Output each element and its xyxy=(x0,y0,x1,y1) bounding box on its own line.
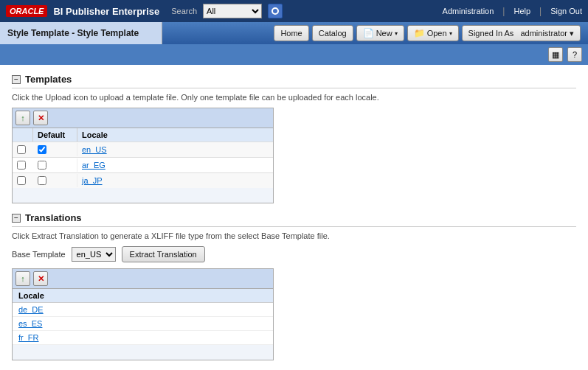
signed-in-button[interactable]: Signed In As administrator ▾ xyxy=(462,25,581,41)
upload-translation-icon: ↑ xyxy=(21,274,25,283)
second-bar: Style Template - Style Template Home Cat… xyxy=(0,22,588,44)
base-template-label: Base Template xyxy=(12,250,66,259)
base-template-select[interactable]: en_US xyxy=(72,247,116,262)
delete-templates-button[interactable]: ✕ xyxy=(33,111,48,125)
table-row: en_US xyxy=(13,142,273,157)
delete-translation-button[interactable]: ✕ xyxy=(33,271,48,286)
delete-icon: ✕ xyxy=(38,114,44,123)
locale-link-de-de[interactable]: de_DE xyxy=(18,305,44,314)
default-column-header: Default xyxy=(33,128,77,142)
templates-description: Click the Upload icon to upload a templa… xyxy=(12,93,576,102)
default-checkbox-en-us[interactable] xyxy=(38,145,46,154)
templates-table-header: Default Locale xyxy=(13,128,273,142)
checkbox-column-header xyxy=(13,128,33,142)
oracle-logo: ORACLE xyxy=(6,5,47,17)
list-item: fr_FR xyxy=(13,331,273,345)
templates-section-header: − Templates xyxy=(12,74,576,88)
catalog-button[interactable]: Catalog xyxy=(312,25,353,41)
table-row: ja_JP xyxy=(13,172,273,188)
translations-locale-header: Locale xyxy=(13,289,273,303)
templates-section: − Templates Click the Upload icon to upl… xyxy=(12,74,576,203)
templates-toggle[interactable]: − xyxy=(12,75,21,84)
search-select[interactable]: All xyxy=(203,4,262,18)
templates-title: Templates xyxy=(25,74,72,85)
page-title: Style Template - Style Template xyxy=(0,22,162,44)
app-title: BI Publisher Enterprise xyxy=(53,6,159,17)
templates-toolbar: ↑ ✕ xyxy=(13,108,273,128)
nav-links: Home Catalog 📄 New ▾ 📁 Open ▾ Signed In … xyxy=(266,25,588,41)
row-checkbox-en-us[interactable] xyxy=(17,145,26,154)
username-label: administrator xyxy=(520,29,567,38)
home-button[interactable]: Home xyxy=(274,25,308,41)
search-icon xyxy=(271,7,279,15)
search-button[interactable] xyxy=(268,4,283,18)
locale-link-es-es[interactable]: es_ES xyxy=(18,319,42,328)
delete-translation-icon: ✕ xyxy=(38,274,44,284)
new-dropdown-arrow: ▾ xyxy=(395,30,398,37)
base-template-row: Base Template en_US Extract Translation xyxy=(12,246,576,262)
list-item: es_ES xyxy=(13,317,273,331)
top-bar-right: Administration | Help | Sign Out xyxy=(443,6,582,16)
sign-out-link[interactable]: Sign Out xyxy=(550,7,582,15)
row-checkbox-ar-eg[interactable] xyxy=(17,161,26,170)
upload-translation-button[interactable]: ↑ xyxy=(15,271,30,286)
translations-section-header: − Translations xyxy=(12,212,576,227)
upload-button[interactable]: ↑ xyxy=(15,111,30,125)
templates-table: ↑ ✕ Default Locale en_US ar_EG xyxy=(12,108,274,203)
locale-link-ja-jp[interactable]: ja_JP xyxy=(82,176,103,185)
third-bar: ▦ ? xyxy=(0,44,588,65)
upload-icon: ↑ xyxy=(21,114,25,122)
translations-description: Click Extract Translation to generate a … xyxy=(12,231,576,240)
translations-title: Translations xyxy=(25,212,82,223)
signed-in-dropdown-arrow: ▾ xyxy=(570,29,574,38)
extract-translation-button[interactable]: Extract Translation xyxy=(122,246,205,262)
folder-icon: 📁 xyxy=(414,28,425,38)
administration-link[interactable]: Administration xyxy=(443,7,494,15)
translations-toggle[interactable]: − xyxy=(12,214,21,223)
main-content: − Templates Click the Upload icon to upl… xyxy=(0,65,588,370)
layout-icon-button[interactable]: ▦ xyxy=(548,47,563,62)
signed-in-label: Signed In As xyxy=(468,29,514,38)
translations-table-footer xyxy=(13,345,273,360)
open-button[interactable]: 📁 Open ▾ xyxy=(407,25,459,41)
translations-section: − Translations Click Extract Translation… xyxy=(12,212,576,360)
help-icon-button[interactable]: ? xyxy=(567,47,582,62)
new-button[interactable]: 📄 New ▾ xyxy=(356,25,404,41)
translations-toolbar: ↑ ✕ xyxy=(13,269,273,289)
row-checkbox-ja-jp[interactable] xyxy=(17,176,26,185)
table-row: ar_EG xyxy=(13,157,273,172)
default-checkbox-ja-jp[interactable] xyxy=(38,176,46,185)
locale-link-ar-eg[interactable]: ar_EG xyxy=(82,161,106,170)
new-page-icon: 📄 xyxy=(363,28,374,38)
list-item: de_DE xyxy=(13,303,273,317)
search-label: Search xyxy=(171,7,197,15)
locale-column-header: Locale xyxy=(77,128,273,142)
help-link[interactable]: Help xyxy=(513,7,530,15)
locale-link-fr-fr[interactable]: fr_FR xyxy=(18,333,39,342)
open-dropdown-arrow: ▾ xyxy=(449,30,452,37)
templates-table-footer xyxy=(13,188,273,203)
default-checkbox-ar-eg[interactable] xyxy=(38,161,46,170)
top-bar: ORACLE BI Publisher Enterprise Search Al… xyxy=(0,0,588,22)
translations-table: ↑ ✕ Locale de_DE es_ES fr_FR xyxy=(12,268,274,360)
locale-link-en-us[interactable]: en_US xyxy=(82,145,107,154)
